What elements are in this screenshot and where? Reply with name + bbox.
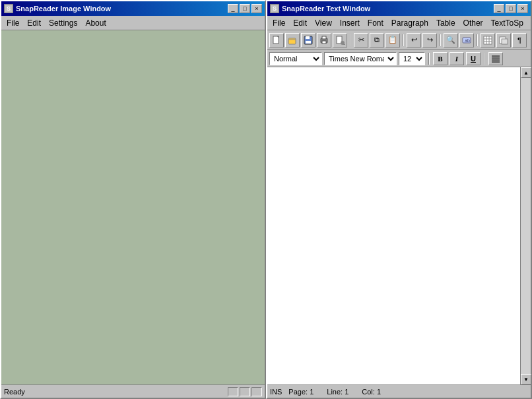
text-menu-other[interactable]: Other — [459, 17, 487, 29]
scroll-up-button[interactable]: ▲ — [521, 67, 531, 78]
status-box-2 — [240, 387, 250, 396]
format-sep-2 — [484, 53, 485, 65]
toolbar-sep-3 — [440, 34, 441, 46]
svg-rect-4 — [306, 36, 310, 39]
text-status-col: Col: 1 — [362, 388, 381, 396]
status-box-3 — [251, 387, 262, 396]
text-window-controls: _ □ × — [494, 4, 528, 13]
style-dropdown[interactable]: Normal Heading 1 Heading 2 — [269, 52, 322, 65]
image-menu-about[interactable]: About — [81, 17, 110, 29]
image-minimize-button[interactable]: _ — [228, 4, 238, 13]
image-window-title: S SnapReader Image Window — [4, 4, 111, 13]
text-window-icon: S — [270, 4, 279, 13]
text-menu-view[interactable]: View — [311, 17, 336, 29]
image-window-controls: _ □ × — [228, 4, 262, 13]
bold-button[interactable]: B — [433, 52, 448, 65]
text-status-pos: Page: 1 Line: 1 Col: 1 — [288, 388, 381, 396]
size-dropdown[interactable]: 891011 1214161824 — [399, 52, 425, 65]
scroll-down-button[interactable]: ▼ — [521, 374, 531, 384]
image-canvas — [1, 30, 265, 384]
save-button[interactable] — [301, 33, 316, 47]
text-window-titlebar: S SnapReader Text Window _ □ × — [267, 1, 531, 16]
image-status-right — [228, 387, 262, 396]
image-status-bar: Ready — [1, 384, 265, 398]
para-button[interactable]: ¶ — [512, 33, 527, 47]
status-box-1 — [228, 387, 238, 396]
image-window-icon: S — [4, 4, 13, 13]
text-status-page: Page: 1 — [288, 388, 314, 396]
redo-button[interactable]: ↪ — [422, 33, 437, 47]
paste-button[interactable]: 📋 — [385, 33, 400, 47]
image-close-button[interactable]: × — [251, 4, 262, 13]
image-status-indicators — [228, 387, 262, 396]
svg-rect-20 — [502, 39, 508, 44]
field-button[interactable]: ab — [459, 33, 474, 47]
text-status-mode: INS — [270, 388, 282, 396]
text-window-title: S SnapReader Text Window — [270, 4, 370, 13]
text-menu-font[interactable]: Font — [364, 17, 387, 29]
text-menu-paragraph[interactable]: Paragraph — [387, 17, 432, 29]
vertical-scrollbar[interactable]: ▲ ▼ — [520, 67, 531, 384]
svg-rect-8 — [322, 41, 326, 44]
underline-button[interactable]: U — [466, 52, 481, 65]
find-button[interactable]: 🔍 — [444, 33, 458, 47]
cut-button[interactable]: ✂ — [354, 33, 368, 47]
open-button[interactable] — [285, 33, 300, 47]
preview-button[interactable] — [333, 33, 347, 47]
font-dropdown[interactable]: Times New Roman Arial Courier New — [324, 52, 397, 65]
align-button[interactable] — [488, 52, 503, 65]
svg-rect-5 — [306, 41, 311, 44]
text-close-button[interactable]: × — [517, 4, 528, 13]
text-maximize-button[interactable]: □ — [506, 4, 516, 13]
text-menu-tts[interactable]: TextToSp — [487, 17, 527, 29]
copy-button[interactable]: ⧉ — [370, 33, 384, 47]
svg-rect-14 — [484, 36, 492, 44]
svg-rect-7 — [322, 36, 326, 39]
text-editor[interactable] — [267, 67, 520, 384]
image-maximize-button[interactable]: □ — [240, 4, 250, 13]
image-menu-edit[interactable]: Edit — [23, 17, 45, 29]
svg-line-11 — [344, 44, 345, 45]
toolbar-sep-2 — [403, 34, 404, 46]
new-button[interactable] — [269, 33, 284, 47]
tb2-button[interactable] — [496, 33, 511, 47]
text-status-line: Line: 1 — [327, 388, 349, 396]
table-btn[interactable] — [481, 33, 495, 47]
svg-rect-0 — [273, 36, 279, 44]
image-window-titlebar: S SnapReader Image Window _ □ × — [1, 1, 265, 16]
image-menu-bar: File Edit Settings About — [1, 16, 265, 30]
format-sep-1 — [428, 53, 430, 65]
toolbar-sep-1 — [350, 34, 351, 46]
text-minimize-button[interactable]: _ — [494, 4, 504, 13]
toolbar-sep-4 — [477, 34, 478, 46]
image-status-text: Ready — [4, 388, 228, 396]
text-menu-table[interactable]: Table — [432, 17, 459, 29]
undo-button[interactable]: ↩ — [407, 33, 421, 47]
text-content-container: ▲ ▼ — [267, 67, 531, 384]
italic-button[interactable]: I — [449, 52, 464, 65]
scroll-track[interactable] — [521, 78, 531, 374]
svg-text:ab: ab — [465, 38, 470, 43]
svg-rect-2 — [288, 40, 296, 44]
text-menu-insert[interactable]: Insert — [336, 17, 364, 29]
text-menu-edit[interactable]: Edit — [289, 17, 311, 29]
print-button[interactable] — [317, 33, 331, 47]
image-menu-file[interactable]: File — [3, 17, 23, 29]
text-status-bar: INS Page: 1 Line: 1 Col: 1 — [267, 384, 531, 398]
text-format-bar: Normal Heading 1 Heading 2 Times New Rom… — [267, 50, 531, 67]
text-toolbar: ✂ ⧉ 📋 ↩ ↪ 🔍 ab ¶ — [267, 30, 531, 50]
text-menu-bar: File Edit View Insert Font Paragraph Tab… — [267, 16, 531, 30]
text-menu-file[interactable]: File — [269, 17, 289, 29]
image-menu-settings[interactable]: Settings — [45, 17, 81, 29]
